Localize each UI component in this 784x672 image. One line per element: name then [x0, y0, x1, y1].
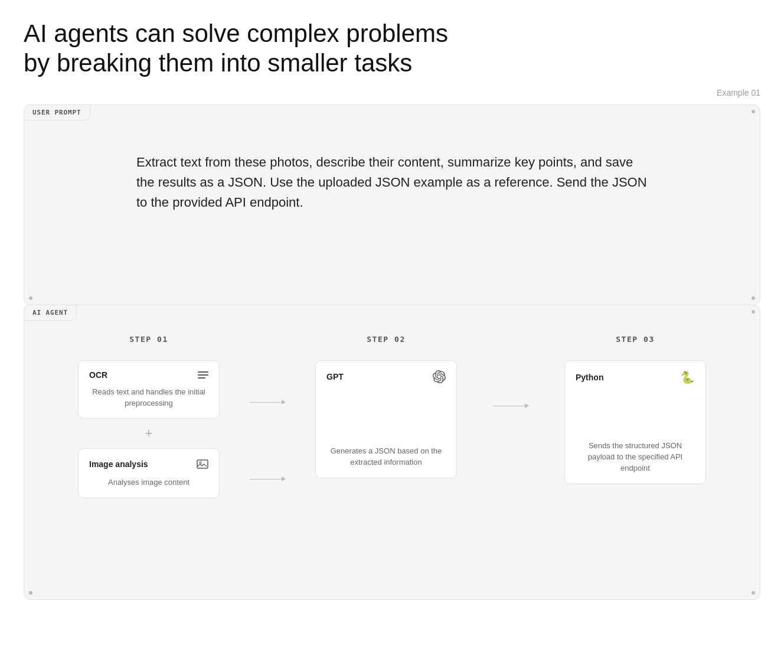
step-03-label: STEP 03	[616, 335, 655, 344]
openai-icon	[433, 370, 446, 383]
step-01-label: STEP 01	[129, 335, 168, 344]
image-analysis-card-header: Image analysis	[89, 458, 208, 470]
steps-container: STEP 01 OCR Reads tex	[24, 305, 760, 553]
page-wrapper: AI agents can solve complex problems by …	[0, 0, 784, 624]
python-card-header: Python 🐍	[576, 370, 695, 384]
gpt-card-header: GPT	[326, 370, 446, 383]
arrow-group-1	[250, 364, 285, 518]
python-card: Python 🐍 Sends the structured JSON paylo…	[564, 360, 706, 484]
step-02-col: STEP 02 GPT Generates a JSON based on th…	[285, 335, 487, 478]
hamburger-icon	[198, 371, 208, 379]
corner-dot-bl	[29, 296, 32, 300]
corner-dot-tr	[752, 110, 755, 113]
svg-rect-0	[197, 460, 208, 468]
arrow-2	[493, 406, 528, 406]
step-03-col: STEP 03 Python 🐍 Sends the structured JS…	[534, 335, 736, 484]
ocr-card-header: OCR	[89, 370, 208, 380]
ai-agent-panel: AI AGENT STEP 01 OCR	[24, 305, 760, 600]
arrow-group-2	[487, 406, 534, 406]
ai-agent-corner-tr	[752, 310, 755, 314]
step-02-label: STEP 02	[367, 335, 406, 344]
hero-title-line2: by breaking them into smaller tasks	[24, 48, 760, 78]
corner-dot-br	[752, 296, 755, 300]
gpt-desc: Generates a JSON based on the extracted …	[326, 434, 446, 468]
image-icon	[197, 458, 208, 470]
ai-agent-corner-bl2	[29, 591, 32, 595]
ai-agent-label: AI AGENT	[24, 305, 77, 321]
user-prompt-content: Extract text from these photos, describe…	[24, 105, 760, 248]
ocr-name: OCR	[89, 370, 107, 380]
ocr-desc: Reads text and handles the initial prepr…	[89, 387, 208, 409]
gpt-name: GPT	[326, 372, 344, 381]
arrow-1a	[250, 402, 285, 403]
ocr-card: OCR Reads text and handles the initial p…	[78, 360, 220, 419]
example-label: Example 01	[24, 88, 760, 97]
hero-title: AI agents can solve complex problems by …	[24, 19, 760, 79]
python-desc: Sends the structured JSON payload to the…	[576, 429, 695, 474]
user-prompt-label: USER PROMPT	[24, 105, 90, 120]
user-prompt-panel: USER PROMPT Extract text from these phot…	[24, 105, 760, 305]
step-01-col: STEP 01 OCR Reads tex	[48, 335, 250, 499]
hero-title-line1: AI agents can solve complex problems	[24, 19, 760, 48]
plus-connector: +	[145, 426, 153, 441]
ai-agent-corner-br	[752, 591, 755, 595]
image-analysis-name: Image analysis	[89, 459, 148, 469]
arrow-1b	[250, 479, 285, 479]
svg-point-1	[200, 462, 201, 464]
image-analysis-desc: Analyses image content	[89, 477, 208, 488]
python-name: Python	[576, 373, 603, 382]
python-icon: 🐍	[680, 370, 695, 384]
image-analysis-card: Image analysis Analyses image content	[78, 448, 220, 498]
gpt-card: GPT Generates a JSON based on the extrac…	[315, 360, 457, 478]
